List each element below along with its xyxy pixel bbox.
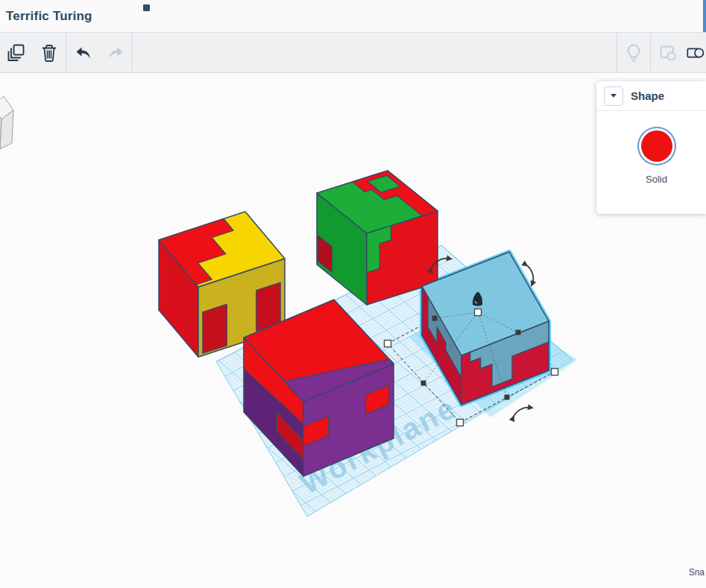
redo-icon (106, 44, 126, 62)
viewcube[interactable] (0, 96, 13, 149)
calibration-button[interactable] (684, 33, 706, 73)
scale-handle-mid-back-left[interactable] (432, 316, 438, 321)
design-title[interactable]: Terrific Turing (6, 9, 92, 24)
collapse-panel-button[interactable] (604, 86, 623, 106)
solid-label: Solid (646, 174, 667, 185)
title-bar: Terrific Turing (0, 0, 706, 32)
duplicate-icon (6, 42, 27, 63)
puzzle-cube-green[interactable] (317, 171, 438, 305)
delete-icon (39, 42, 60, 63)
redo-button[interactable] (99, 33, 132, 73)
rotate-handle-bottom[interactable] (513, 408, 531, 418)
delete-button[interactable] (33, 33, 66, 73)
snap-grid-label[interactable]: Sna (689, 567, 705, 578)
scale-handle-corner-left[interactable] (385, 341, 391, 347)
shape-panel-header: Shape (596, 81, 706, 111)
toolbar (0, 32, 706, 73)
scale-handle-corner-right[interactable] (552, 369, 558, 376)
notes-button[interactable] (651, 33, 684, 73)
toolbar-separator (132, 33, 133, 73)
duplicate-button[interactable] (0, 33, 33, 73)
tinkercad-app: Workplane (0, 0, 706, 588)
tips-icon (623, 42, 644, 63)
header-artifact (143, 4, 150, 11)
undo-icon (73, 44, 93, 62)
calibration-icon (684, 42, 706, 63)
height-scale-handle[interactable] (475, 309, 482, 316)
notes-icon (657, 42, 678, 63)
scale-handle-mid-back-right[interactable] (516, 330, 521, 335)
solid-color-swatch[interactable] (641, 130, 672, 162)
scale-handle-corner-front[interactable] (457, 420, 464, 426)
shape-inspector-panel: Shape Solid (596, 81, 706, 214)
accent-strip (703, 0, 706, 32)
chevron-down-icon (611, 94, 617, 98)
tips-button[interactable] (617, 33, 650, 73)
shape-panel-title: Shape (631, 89, 664, 102)
scale-handle-mid-front-right[interactable] (505, 395, 510, 400)
undo-button[interactable] (66, 33, 99, 73)
scale-handle-mid-front-left[interactable] (421, 381, 426, 386)
